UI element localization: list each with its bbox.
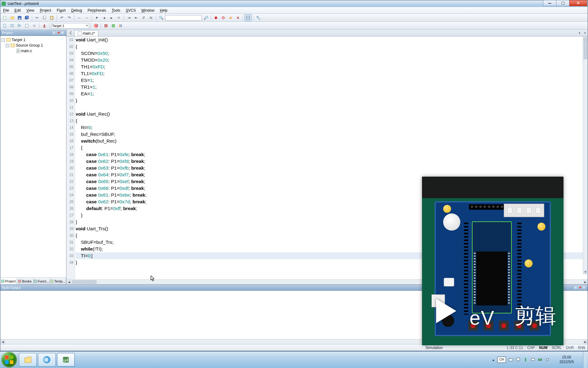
find-combo[interactable] (165, 15, 202, 21)
menu-svcs[interactable]: SVCSSVCS (123, 7, 139, 13)
tray-expand-icon[interactable]: ▲ (492, 358, 495, 362)
tab-prev-icon[interactable] (68, 30, 73, 35)
project-panel-title[interactable]: Project ▾ 📌 ✕ (0, 30, 66, 36)
target-select[interactable]: Target 1 ▼ (51, 23, 89, 29)
file-tab-main-c[interactable]: main.c* (74, 30, 98, 36)
minimize-button[interactable] (543, 0, 556, 6)
windows-taskbar[interactable]: µ4 ▲ CH 15:00 2022/5/5 (0, 351, 588, 368)
configure-icon[interactable]: 🔧 (255, 14, 262, 21)
bookmark-next-icon[interactable]: ▸ (108, 14, 115, 21)
save-all-icon[interactable] (24, 14, 30, 21)
indent-icon[interactable]: ⇥ (126, 14, 132, 21)
bookmark-icon[interactable]: ✦ (93, 14, 100, 21)
usb-icon[interactable] (523, 357, 528, 362)
download-icon[interactable] (41, 22, 48, 29)
menu-file[interactable]: FFileile (0, 7, 12, 13)
ime-indicator[interactable]: CH (497, 357, 506, 363)
manage-icon[interactable] (110, 22, 117, 29)
rebuild-icon[interactable] (16, 22, 23, 29)
menu-tools[interactable]: ToolsTools (109, 7, 123, 13)
menu-window[interactable]: WindowWindow (138, 7, 157, 13)
uncomment-icon[interactable]: /x (148, 14, 154, 21)
tray-clock[interactable]: 15:00 2022/5/5 (552, 355, 581, 364)
panel-close-icon[interactable]: ✕ (582, 286, 586, 289)
panel-pin-icon[interactable]: 📌 (578, 286, 582, 289)
volume-icon[interactable] (545, 357, 550, 362)
taskbar-explorer[interactable] (19, 353, 37, 366)
play-icon (436, 299, 456, 323)
show-desktop-button[interactable] (583, 351, 587, 368)
tab-functions[interactable]: Funct... (33, 278, 50, 284)
breakpoint-insert-icon[interactable] (220, 14, 227, 21)
menu-flash[interactable]: FlashFlash (54, 7, 68, 13)
keyboard-icon[interactable] (508, 357, 513, 362)
tab-project[interactable]: Project (0, 278, 17, 284)
open-file-icon[interactable] (9, 14, 16, 21)
panel-dropdown-icon[interactable]: ▾ (52, 31, 56, 35)
panel-dropdown-icon[interactable]: ▾ (574, 286, 577, 289)
nav-back-icon[interactable]: ← (76, 14, 83, 21)
tree-group-row[interactable]: − Source Group 1 (1, 43, 66, 48)
build-icon[interactable] (9, 22, 16, 29)
editor-vscrollbar[interactable]: ▲ ▼ (583, 36, 588, 274)
tab-books[interactable]: Books (17, 278, 33, 284)
tab-templates[interactable]: Temp... (50, 278, 66, 284)
close-button[interactable]: ✕ (569, 0, 587, 6)
scroll-thumb[interactable] (72, 280, 96, 284)
scroll-right-icon[interactable]: ▶ (583, 339, 588, 344)
find-icon[interactable]: 🔍 (158, 14, 164, 21)
breakpoint-enable-icon[interactable] (227, 14, 234, 21)
scroll-right-icon[interactable]: ▶ (583, 280, 588, 284)
titlebar[interactable]: UartTest - µVision4 ✕ (0, 0, 588, 7)
menu-debug[interactable]: DebugDebug (69, 7, 85, 13)
breakpoint-kill-icon[interactable] (235, 14, 241, 21)
menu-help[interactable]: HelpHelp (157, 7, 170, 13)
action-center-icon[interactable] (516, 357, 521, 362)
scroll-left-icon[interactable]: ◀ (66, 280, 71, 284)
debug-start-icon[interactable] (213, 14, 219, 21)
taskbar-uvision[interactable]: µ4 (57, 353, 75, 366)
panel-close-icon[interactable]: ✕ (61, 31, 64, 35)
redo-icon[interactable]: ↷ (66, 14, 73, 21)
target-options-icon[interactable]: 🎯 (92, 22, 99, 29)
save-icon[interactable] (16, 14, 23, 21)
tree-target-row[interactable]: − Target 1 (1, 37, 66, 43)
nav-fwd-icon[interactable]: → (83, 14, 90, 21)
paste-icon[interactable] (48, 14, 55, 21)
play-button[interactable] (436, 299, 467, 329)
scroll-down-icon[interactable]: ▼ (583, 270, 588, 274)
comment-icon[interactable]: // (140, 14, 147, 21)
stop-build-icon[interactable] (31, 22, 38, 29)
bookmark-prev-icon[interactable]: ◂ (101, 14, 107, 21)
maximize-button[interactable] (556, 0, 570, 6)
scroll-left-icon[interactable]: ◀ (0, 339, 5, 344)
start-button[interactable] (1, 352, 17, 368)
menu-peripherals[interactable]: PeripheralsPeripherals (85, 7, 109, 13)
books-icon[interactable] (117, 22, 124, 29)
network-icon[interactable] (530, 357, 535, 362)
translate-icon[interactable] (2, 22, 8, 29)
scroll-thumb[interactable] (584, 38, 587, 59)
find-in-files-icon[interactable]: 🔎 (202, 14, 209, 21)
file-ext-icon[interactable] (103, 22, 109, 29)
menu-view[interactable]: ViewView (24, 7, 37, 13)
tab-dropdown-icon[interactable]: ▾ (577, 31, 582, 35)
tree-collapse-icon[interactable]: − (2, 38, 5, 42)
battery-icon[interactable] (538, 357, 543, 362)
cut-icon[interactable]: ✂ (34, 14, 40, 21)
tree-file-row[interactable]: main.c (1, 48, 66, 54)
taskbar-browser[interactable] (38, 353, 56, 366)
menu-project[interactable]: ProjectProject (37, 7, 54, 13)
project-tree[interactable]: − Target 1 − Source Group 1 main.c (0, 36, 66, 278)
undo-icon[interactable]: ↶ (58, 14, 65, 21)
outdent-icon[interactable]: ⇤ (133, 14, 140, 21)
menu-edit[interactable]: EditEdit (12, 7, 24, 13)
window-layout-icon[interactable] (245, 14, 251, 21)
bookmark-clear-icon[interactable]: ✧ (115, 14, 122, 21)
tree-collapse-icon[interactable]: − (6, 44, 9, 47)
tab-close-icon[interactable]: ✕ (583, 31, 587, 35)
copy-icon[interactable] (41, 14, 48, 21)
panel-pin-icon[interactable]: 📌 (56, 31, 60, 35)
new-file-icon[interactable] (2, 14, 8, 21)
batch-build-icon[interactable] (24, 22, 30, 29)
